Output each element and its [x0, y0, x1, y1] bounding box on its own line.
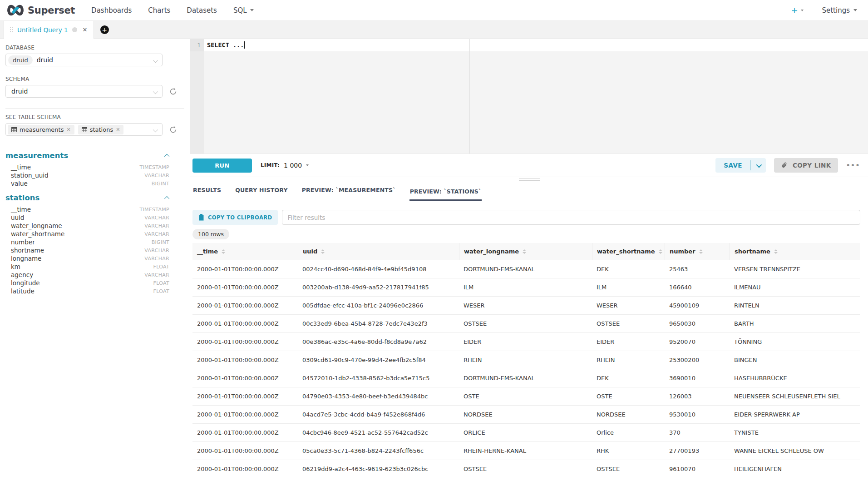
refresh-schemas-button[interactable]	[168, 86, 178, 96]
schema-column-row: agencyVARCHAR	[5, 271, 169, 279]
cell-number: 9530010	[665, 406, 730, 423]
column-type: BIGINT	[152, 239, 169, 245]
schema-column-row: uuidVARCHAR	[5, 213, 169, 222]
copy-link-button[interactable]: COPY LINK	[774, 158, 838, 173]
schema-table-header[interactable]: measurements	[5, 151, 169, 160]
cell-uuid: 005dfdae-efcc-410a-bf1c-24096e0c2866	[298, 297, 459, 314]
filter-results-input[interactable]	[282, 210, 860, 225]
column-header-time[interactable]: __time	[192, 243, 298, 260]
cell-uuid: 06219dd9-a2c4-463c-9619-623b3c026cbc	[298, 460, 459, 478]
cell-number: 27700193	[665, 442, 730, 460]
table-icon	[11, 127, 17, 132]
cell-water-longname: ORLICE	[459, 424, 592, 441]
cell-shortname: BINGEN	[730, 351, 860, 369]
cell-water-longname: RHEIN	[459, 351, 592, 369]
close-tab-icon[interactable]: ✕	[83, 26, 88, 33]
table-schema-label: SEE TABLE SCHEMA	[5, 114, 184, 120]
sort-icon	[222, 249, 225, 254]
schema-table-stations: stations__timeTIMESTAMPuuidVARCHARwater_…	[5, 193, 169, 295]
sort-desc-icon	[222, 252, 225, 254]
copy-to-clipboard-label: COPY TO CLIPBOARD	[208, 214, 272, 221]
pane-resize-handle[interactable]	[519, 178, 540, 181]
cell-uuid: 04acd7e5-3cbc-4cdd-b4a9-f452e868f4d6	[298, 406, 459, 423]
cell-water-shortname: RHEIN	[592, 351, 665, 369]
query-tab-active[interactable]: Untitled Query 1 ✕	[4, 21, 94, 39]
schema-table-header[interactable]: stations	[5, 193, 169, 202]
column-header-water-shortname[interactable]: water_shortname	[592, 243, 665, 260]
result-tab-query-history[interactable]: QUERY HISTORY	[235, 187, 288, 201]
save-options-button[interactable]	[751, 158, 766, 173]
column-header-number[interactable]: number	[665, 243, 730, 260]
result-tab-preview-stations[interactable]: PREVIEW: `STATIONS`	[409, 188, 482, 201]
column-header-uuid[interactable]: uuid	[298, 243, 459, 260]
cell-water-shortname: RHK	[592, 442, 665, 460]
chevron-up-icon	[164, 196, 169, 201]
row-count-badge: 100 rows	[192, 229, 229, 239]
line-number: 1	[190, 39, 204, 51]
save-split-button: SAVE	[715, 158, 766, 173]
paperclip-icon	[781, 162, 788, 169]
sort-desc-icon	[774, 252, 778, 254]
add-tab-button[interactable]: +	[100, 25, 109, 34]
limit-dropdown[interactable]: LIMIT: 1 000	[261, 162, 309, 169]
plus-icon: +	[791, 5, 798, 15]
column-type: VARCHAR	[144, 272, 169, 278]
more-options-button[interactable]: •••	[846, 162, 860, 169]
cell-number: 370	[665, 424, 730, 441]
save-button[interactable]: SAVE	[715, 158, 750, 173]
database-value: druid	[37, 56, 53, 64]
chevron-up-icon	[164, 154, 169, 159]
schema-select[interactable]: druid	[5, 85, 163, 98]
column-header-water-longname[interactable]: water_longname	[459, 243, 592, 260]
sort-asc-icon	[523, 249, 526, 251]
cell-water-shortname: WESER	[592, 297, 665, 314]
cell-time: 2000-01-01T00:00:00.000Z	[192, 460, 298, 478]
results-table-header: __timeuuidwater_longnamewater_shortnamen…	[192, 243, 860, 260]
cell-shortname: VERSEN TRENNSPITZE	[730, 260, 860, 278]
nav-item-charts[interactable]: Charts	[148, 6, 170, 15]
result-tab-preview-measurements[interactable]: PREVIEW: `MEASUREMENTS`	[301, 187, 396, 201]
table-select[interactable]: measurements✕stations✕	[5, 123, 163, 136]
print-margin-line	[469, 39, 470, 154]
sort-asc-icon	[699, 249, 703, 251]
result-tab-results[interactable]: RESULTS	[192, 187, 222, 201]
nav-item-dashboards[interactable]: Dashboards	[91, 6, 132, 15]
column-header-shortname[interactable]: shortname	[730, 243, 860, 260]
column-type: VARCHAR	[144, 248, 169, 253]
copy-to-clipboard-button[interactable]: COPY TO CLIPBOARD	[192, 210, 278, 225]
schema-label: SCHEMA	[5, 76, 184, 82]
drag-handle-icon[interactable]	[10, 27, 13, 32]
nav-item-sql[interactable]: SQL	[233, 6, 254, 15]
sql-editor-pane: 1 SELECT ... RUN LIMIT: 1 000 SAVE	[190, 39, 868, 491]
nav-item-datasets[interactable]: Datasets	[187, 6, 217, 15]
column-name: latitude	[11, 288, 35, 295]
limit-label: LIMIT:	[261, 162, 280, 169]
refresh-tables-button[interactable]	[168, 124, 178, 134]
sort-asc-icon	[321, 249, 325, 251]
sql-code-editor[interactable]: 1 SELECT ...	[190, 39, 868, 154]
new-item-menu[interactable]: +	[791, 5, 804, 15]
cell-time: 2000-01-01T00:00:00.000Z	[192, 424, 298, 441]
table-icon	[82, 127, 87, 132]
database-select[interactable]: druid druid	[5, 54, 163, 66]
column-name: longname	[11, 255, 41, 262]
schema-value: druid	[8, 88, 28, 95]
remove-table-icon[interactable]: ✕	[66, 127, 70, 133]
infinity-logo-icon	[6, 4, 25, 16]
table-row: 2000-01-01T00:00:00.000Z04acd7e5-3cbc-4c…	[192, 406, 860, 424]
column-name: uuid	[11, 214, 24, 221]
sidebar-divider	[5, 108, 184, 109]
cell-water-longname: OSTSEE	[459, 315, 592, 332]
editor-gutter: 1	[190, 39, 204, 154]
remove-table-icon[interactable]: ✕	[116, 127, 120, 133]
results-table: __timeuuidwater_longnamewater_shortnamen…	[192, 243, 860, 478]
run-button[interactable]: RUN	[192, 159, 252, 173]
superset-logo[interactable]: Superset	[6, 4, 75, 16]
column-type: BIGINT	[152, 181, 169, 187]
settings-menu[interactable]: Settings	[822, 6, 857, 15]
toolbar-right: SAVE COPY LINK •••	[715, 158, 860, 173]
cell-water-shortname: NORDSEE	[592, 406, 665, 423]
schema-columns: __timeTIMESTAMPstation_uuidVARCHARvalueB…	[5, 163, 169, 188]
cell-water-longname: EIDER	[459, 333, 592, 351]
column-type: FLOAT	[153, 288, 169, 294]
